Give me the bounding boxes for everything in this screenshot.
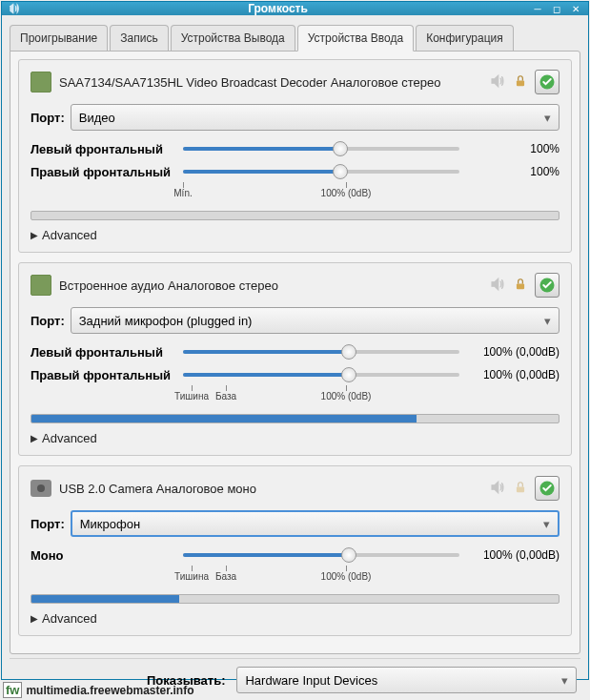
minimize-button[interactable]: ─ bbox=[531, 2, 544, 15]
svg-rect-4 bbox=[517, 486, 524, 492]
window-title: Громкость bbox=[25, 2, 531, 15]
port-label: Порт: bbox=[31, 111, 65, 125]
port-label: Порт: bbox=[31, 517, 65, 531]
default-button[interactable] bbox=[535, 273, 559, 298]
lock-icon[interactable] bbox=[514, 480, 527, 498]
port-select[interactable]: Микрофон▾ bbox=[71, 510, 559, 537]
channel-row: Правый фронтальный100% (0,00dB) bbox=[31, 366, 559, 383]
port-label: Порт: bbox=[31, 314, 65, 328]
scale-labels: Mín.100% (0dB) bbox=[183, 186, 469, 203]
channel-row: Правый фронтальный100% bbox=[31, 163, 559, 180]
sound-card-icon bbox=[31, 275, 51, 296]
chevron-down-icon: ▾ bbox=[544, 314, 551, 328]
input-level-meter bbox=[31, 594, 559, 604]
port-select[interactable]: Видео▾ bbox=[71, 104, 559, 131]
port-value: Микрофон bbox=[80, 517, 543, 531]
channel-label: Правый фронтальный bbox=[31, 165, 173, 179]
device-0: SAA7134/SAA7135HL Video Broadcast Decode… bbox=[18, 59, 572, 253]
channel-value: 100% (0,00dB) bbox=[469, 548, 559, 562]
input-level-meter bbox=[31, 414, 559, 423]
scale-labels: ТишинаБаза100% (0dB) bbox=[183, 389, 469, 406]
device-title: Встроенное аудио Аналоговое стерео bbox=[59, 278, 481, 293]
device-title: SAA7134/SAA7135HL Video Broadcast Decode… bbox=[59, 75, 481, 90]
channel-row: Моно100% (0,00dB) bbox=[31, 546, 559, 564]
advanced-toggle[interactable]: ▶Advanced bbox=[31, 431, 559, 445]
svg-rect-2 bbox=[517, 283, 524, 289]
advanced-toggle[interactable]: ▶Advanced bbox=[31, 611, 559, 626]
camera-icon bbox=[31, 480, 51, 497]
channel-label: Левый фронтальный bbox=[31, 345, 173, 360]
sound-card-icon bbox=[31, 72, 51, 93]
show-select[interactable]: Hardware Input Devices ▾ bbox=[236, 667, 577, 693]
channel-label: Левый фронтальный bbox=[31, 142, 173, 156]
volume-slider[interactable] bbox=[183, 163, 459, 180]
maximize-button[interactable]: ◻ bbox=[550, 2, 563, 15]
tab-1[interactable]: Запись bbox=[110, 25, 168, 51]
lock-icon[interactable] bbox=[514, 277, 527, 295]
channel-value: 100% bbox=[469, 165, 559, 178]
triangle-right-icon: ▶ bbox=[31, 613, 38, 624]
show-value: Hardware Input Devices bbox=[245, 673, 561, 688]
mute-icon[interactable] bbox=[489, 72, 506, 93]
window: Громкость ─ ◻ ✕ ПроигрываниеЗаписьУстрой… bbox=[1, 1, 589, 680]
chevron-down-icon: ▾ bbox=[561, 673, 568, 688]
svg-rect-0 bbox=[517, 80, 524, 86]
chevron-down-icon: ▾ bbox=[543, 517, 550, 531]
titlebar: Громкость ─ ◻ ✕ bbox=[2, 2, 588, 15]
tabs: ПроигрываниеЗаписьУстройства ВыводаУстро… bbox=[10, 25, 580, 51]
default-button[interactable] bbox=[535, 70, 559, 94]
tab-body: SAA7134/SAA7135HL Video Broadcast Decode… bbox=[10, 51, 580, 654]
watermark: fw multimedia.freewebmaster.info bbox=[3, 682, 194, 698]
volume-slider[interactable] bbox=[183, 140, 459, 157]
app-icon bbox=[8, 2, 21, 15]
channel-label: Правый фронтальный bbox=[31, 368, 173, 382]
mute-icon[interactable] bbox=[489, 479, 506, 499]
tab-3[interactable]: Устройства Ввода bbox=[297, 25, 414, 51]
tab-0[interactable]: Проигрывание bbox=[10, 25, 108, 51]
tab-2[interactable]: Устройства Вывода bbox=[171, 25, 295, 51]
channel-value: 100% bbox=[469, 142, 559, 155]
volume-slider[interactable] bbox=[183, 546, 459, 564]
input-level-meter bbox=[31, 211, 559, 220]
port-value: Задний микрофон (plugged in) bbox=[79, 314, 544, 328]
advanced-toggle[interactable]: ▶Advanced bbox=[31, 228, 559, 242]
volume-slider[interactable] bbox=[183, 343, 459, 360]
scale-labels: ТишинаБаза100% (0dB) bbox=[183, 569, 469, 587]
port-select[interactable]: Задний микрофон (plugged in)▾ bbox=[71, 307, 559, 334]
device-1: Встроенное аудио Аналоговое стереоПорт:З… bbox=[18, 262, 572, 456]
port-value: Видео bbox=[79, 111, 544, 125]
content: ПроигрываниеЗаписьУстройства ВыводаУстро… bbox=[2, 15, 588, 700]
channel-row: Левый фронтальный100% bbox=[31, 140, 559, 157]
tab-4[interactable]: Конфигурация bbox=[416, 25, 514, 51]
chevron-down-icon: ▾ bbox=[544, 111, 551, 125]
triangle-right-icon: ▶ bbox=[31, 230, 38, 240]
lock-icon[interactable] bbox=[514, 73, 527, 92]
device-title: USB 2.0 Camera Аналоговое моно bbox=[59, 482, 481, 496]
device-2: USB 2.0 Camera Аналоговое моноПорт:Микро… bbox=[18, 465, 572, 636]
triangle-right-icon: ▶ bbox=[31, 433, 38, 443]
default-button[interactable] bbox=[535, 476, 559, 501]
fw-logo: fw bbox=[3, 682, 22, 698]
mute-icon[interactable] bbox=[489, 276, 506, 296]
channel-label: Моно bbox=[31, 548, 173, 563]
volume-slider[interactable] bbox=[183, 366, 459, 383]
channel-row: Левый фронтальный100% (0,00dB) bbox=[31, 343, 559, 360]
close-button[interactable]: ✕ bbox=[569, 2, 582, 15]
watermark-text: multimedia.freewebmaster.info bbox=[26, 684, 193, 697]
channel-value: 100% (0,00dB) bbox=[469, 345, 559, 359]
channel-value: 100% (0,00dB) bbox=[469, 368, 559, 381]
